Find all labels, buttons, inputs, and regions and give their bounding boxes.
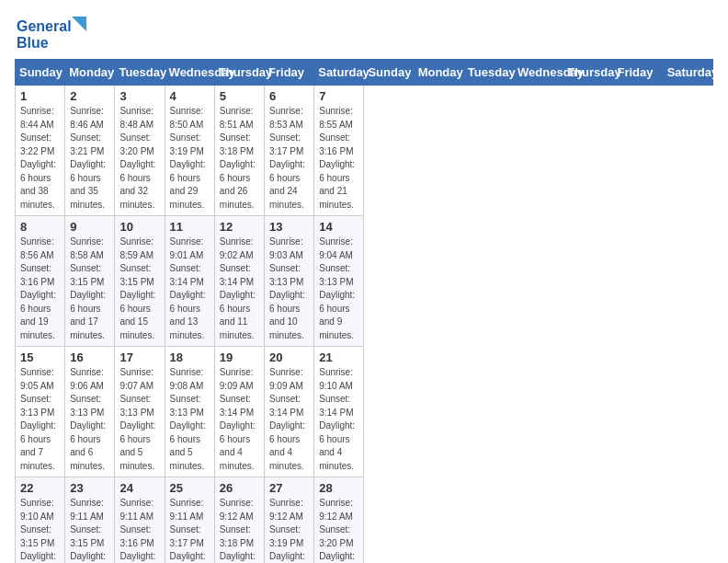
calendar-cell: 1Sunrise: 8:44 AM Sunset: 3:22 PM Daylig… <box>16 86 65 216</box>
calendar-cell: 15Sunrise: 9:05 AM Sunset: 3:13 PM Dayli… <box>16 347 65 477</box>
calendar-cell: 3Sunrise: 8:48 AM Sunset: 3:20 PM Daylig… <box>115 86 165 216</box>
day-number: 2 <box>70 89 109 103</box>
day-number: 7 <box>319 89 358 103</box>
day-info: Sunrise: 8:51 AM Sunset: 3:18 PM Dayligh… <box>220 106 256 210</box>
day-info: Sunrise: 8:46 AM Sunset: 3:21 PM Dayligh… <box>70 106 106 210</box>
day-info: Sunrise: 8:44 AM Sunset: 3:22 PM Dayligh… <box>20 106 56 210</box>
logo: GeneralBlue <box>15 15 88 52</box>
day-info: Sunrise: 8:50 AM Sunset: 3:19 PM Dayligh… <box>170 106 206 210</box>
day-number: 14 <box>319 220 358 234</box>
day-info: Sunrise: 9:11 AM Sunset: 3:16 PM Dayligh… <box>119 498 155 563</box>
col-header-friday: Friday <box>613 60 663 86</box>
calendar-cell: 14Sunrise: 9:04 AM Sunset: 3:13 PM Dayli… <box>314 216 364 347</box>
day-info: Sunrise: 9:11 AM Sunset: 3:17 PM Dayligh… <box>170 498 206 563</box>
day-info: Sunrise: 8:59 AM Sunset: 3:15 PM Dayligh… <box>119 236 155 340</box>
calendar-cell: 26Sunrise: 9:12 AM Sunset: 3:18 PM Dayli… <box>214 477 264 564</box>
calendar-cell: 22Sunrise: 9:10 AM Sunset: 3:15 PM Dayli… <box>16 477 65 564</box>
day-number: 8 <box>20 220 60 234</box>
calendar-week-2: 8Sunrise: 8:56 AM Sunset: 3:16 PM Daylig… <box>16 216 713 347</box>
calendar-cell: 20Sunrise: 9:09 AM Sunset: 3:14 PM Dayli… <box>265 347 314 477</box>
calendar-cell: 13Sunrise: 9:03 AM Sunset: 3:13 PM Dayli… <box>265 216 314 347</box>
day-info: Sunrise: 9:03 AM Sunset: 3:13 PM Dayligh… <box>269 236 305 340</box>
calendar-header-row: SundayMondayTuesdayWednesdayThursdayFrid… <box>16 60 713 86</box>
day-number: 25 <box>170 481 210 495</box>
day-info: Sunrise: 8:58 AM Sunset: 3:15 PM Dayligh… <box>70 236 106 340</box>
svg-text:General: General <box>17 18 72 34</box>
day-number: 18 <box>170 350 210 364</box>
day-number: 23 <box>70 481 109 495</box>
day-number: 12 <box>220 220 259 234</box>
day-number: 24 <box>119 481 159 495</box>
calendar-week-3: 15Sunrise: 9:05 AM Sunset: 3:13 PM Dayli… <box>16 347 713 477</box>
header-saturday: Saturday <box>314 60 364 86</box>
header-friday: Friday <box>265 60 314 86</box>
col-header-saturday: Saturday <box>663 60 712 86</box>
day-number: 15 <box>20 350 60 364</box>
day-number: 6 <box>269 89 309 103</box>
header-tuesday: Tuesday <box>115 60 165 86</box>
calendar-cell: 6Sunrise: 8:53 AM Sunset: 3:17 PM Daylig… <box>265 86 314 216</box>
header-wednesday: Wednesday <box>165 60 214 86</box>
day-info: Sunrise: 9:06 AM Sunset: 3:13 PM Dayligh… <box>70 367 106 471</box>
calendar-table: SundayMondayTuesdayWednesdayThursdayFrid… <box>15 59 713 563</box>
svg-marker-2 <box>72 17 86 31</box>
day-info: Sunrise: 9:01 AM Sunset: 3:14 PM Dayligh… <box>170 236 206 340</box>
col-header-sunday: Sunday <box>364 60 414 86</box>
day-number: 13 <box>269 220 309 234</box>
day-info: Sunrise: 9:10 AM Sunset: 3:14 PM Dayligh… <box>319 367 355 471</box>
day-info: Sunrise: 9:12 AM Sunset: 3:18 PM Dayligh… <box>220 498 256 563</box>
col-header-wednesday: Wednesday <box>514 60 563 86</box>
day-number: 20 <box>269 350 309 364</box>
day-info: Sunrise: 8:55 AM Sunset: 3:16 PM Dayligh… <box>319 106 355 210</box>
calendar-cell: 27Sunrise: 9:12 AM Sunset: 3:19 PM Dayli… <box>265 477 314 564</box>
svg-text:Blue: Blue <box>17 35 49 51</box>
day-number: 1 <box>20 89 60 103</box>
calendar-cell: 10Sunrise: 8:59 AM Sunset: 3:15 PM Dayli… <box>115 216 165 347</box>
calendar-cell: 8Sunrise: 8:56 AM Sunset: 3:16 PM Daylig… <box>16 216 65 347</box>
day-number: 22 <box>20 481 60 495</box>
calendar-cell: 4Sunrise: 8:50 AM Sunset: 3:19 PM Daylig… <box>165 86 214 216</box>
day-number: 17 <box>119 350 159 364</box>
calendar-cell: 16Sunrise: 9:06 AM Sunset: 3:13 PM Dayli… <box>65 347 115 477</box>
day-info: Sunrise: 9:12 AM Sunset: 3:20 PM Dayligh… <box>319 498 355 563</box>
day-number: 11 <box>170 220 210 234</box>
header-sunday: Sunday <box>16 60 65 86</box>
calendar-cell: 7Sunrise: 8:55 AM Sunset: 3:16 PM Daylig… <box>314 86 364 216</box>
day-info: Sunrise: 9:09 AM Sunset: 3:14 PM Dayligh… <box>220 367 256 471</box>
day-number: 9 <box>70 220 109 234</box>
header-thursday: Thursday <box>214 60 264 86</box>
calendar-cell: 11Sunrise: 9:01 AM Sunset: 3:14 PM Dayli… <box>165 216 214 347</box>
day-number: 26 <box>220 481 259 495</box>
day-info: Sunrise: 9:02 AM Sunset: 3:14 PM Dayligh… <box>220 236 256 340</box>
calendar-cell: 21Sunrise: 9:10 AM Sunset: 3:14 PM Dayli… <box>314 347 364 477</box>
col-header-monday: Monday <box>414 60 463 86</box>
calendar-cell: 23Sunrise: 9:11 AM Sunset: 3:15 PM Dayli… <box>65 477 115 564</box>
calendar-cell: 5Sunrise: 8:51 AM Sunset: 3:18 PM Daylig… <box>214 86 264 216</box>
day-info: Sunrise: 9:05 AM Sunset: 3:13 PM Dayligh… <box>20 367 56 471</box>
day-info: Sunrise: 9:04 AM Sunset: 3:13 PM Dayligh… <box>319 236 355 340</box>
day-number: 28 <box>319 481 358 495</box>
calendar-cell: 18Sunrise: 9:08 AM Sunset: 3:13 PM Dayli… <box>165 347 214 477</box>
day-number: 3 <box>119 89 159 103</box>
calendar-cell: 17Sunrise: 9:07 AM Sunset: 3:13 PM Dayli… <box>115 347 165 477</box>
calendar-cell: 25Sunrise: 9:11 AM Sunset: 3:17 PM Dayli… <box>165 477 214 564</box>
calendar-cell: 2Sunrise: 8:46 AM Sunset: 3:21 PM Daylig… <box>65 86 115 216</box>
day-info: Sunrise: 8:56 AM Sunset: 3:16 PM Dayligh… <box>20 236 56 340</box>
col-header-tuesday: Tuesday <box>463 60 513 86</box>
day-info: Sunrise: 9:08 AM Sunset: 3:13 PM Dayligh… <box>170 367 206 471</box>
day-number: 21 <box>319 350 358 364</box>
day-info: Sunrise: 9:07 AM Sunset: 3:13 PM Dayligh… <box>119 367 155 471</box>
calendar-week-4: 22Sunrise: 9:10 AM Sunset: 3:15 PM Dayli… <box>16 477 713 564</box>
day-number: 27 <box>269 481 309 495</box>
calendar-cell: 9Sunrise: 8:58 AM Sunset: 3:15 PM Daylig… <box>65 216 115 347</box>
day-number: 16 <box>70 350 109 364</box>
day-info: Sunrise: 9:10 AM Sunset: 3:15 PM Dayligh… <box>20 498 56 563</box>
day-info: Sunrise: 8:53 AM Sunset: 3:17 PM Dayligh… <box>269 106 305 210</box>
calendar-cell: 19Sunrise: 9:09 AM Sunset: 3:14 PM Dayli… <box>214 347 264 477</box>
day-info: Sunrise: 9:09 AM Sunset: 3:14 PM Dayligh… <box>269 367 305 471</box>
calendar-cell: 24Sunrise: 9:11 AM Sunset: 3:16 PM Dayli… <box>115 477 165 564</box>
col-header-thursday: Thursday <box>563 60 613 86</box>
day-number: 10 <box>119 220 159 234</box>
calendar-cell: 28Sunrise: 9:12 AM Sunset: 3:20 PM Dayli… <box>314 477 364 564</box>
day-number: 19 <box>220 350 259 364</box>
